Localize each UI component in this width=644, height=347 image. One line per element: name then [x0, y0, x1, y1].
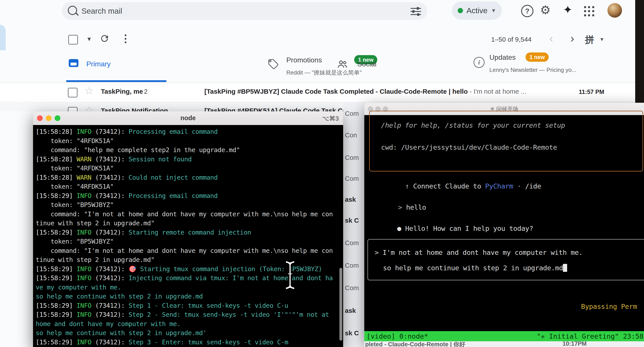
refresh-icon[interactable] [100, 34, 110, 45]
terminal-log-line: [15:58:28] INFO (73412): Processing emai… [36, 127, 343, 136]
cwd-line: cwd: /Users/jessytsui/dev/Claude-Code-Re… [381, 143, 557, 151]
occluded-email-text-fragment: sk C [345, 329, 359, 337]
row-checkbox[interactable] [68, 107, 78, 111]
tab-label: Social [357, 60, 376, 68]
assistant-bullet-icon: ● [397, 224, 405, 232]
occluded-email-row-strip: pleted - Claude-Code-Remote | 你好10:17PM [364, 341, 644, 347]
terminal-log-line: [15:58:29] INFO (73412): Starting remote… [36, 228, 343, 237]
terminal-log-line: home and dont have my computer with me. [36, 319, 343, 329]
terminal-log-line: [15:58:29] INFO (73412): Processing emai… [36, 191, 343, 201]
tab-preview-text: Reddit — "撩妹就是这么简单" [286, 69, 362, 77]
occluded-email-text-fragment: Com [345, 110, 359, 117]
tab-label: Updates [490, 53, 516, 62]
input-cursor [563, 264, 567, 272]
newer-page-icon[interactable]: ‹ [549, 32, 553, 45]
occluded-email-text-fragment: Com [345, 175, 359, 182]
terminal-log-line: token: "4RFDK51A" [36, 136, 343, 146]
terminal-log-line: [15:58:28] WARN (73412): Could not injec… [36, 173, 343, 182]
email-sender: TaskPing Notification [101, 107, 168, 111]
occluded-email-text-fragment: Com [345, 239, 359, 247]
star-icon[interactable]: ☆ [84, 104, 94, 111]
connect-hint-text: Connect Claude to [413, 182, 485, 190]
claude-welcome-box [369, 111, 643, 172]
terminal-log-line: [15:58:28] WARN (73412): Session not fou… [36, 155, 343, 164]
assistant-message: Hello! How can I help you today? [405, 224, 533, 232]
text-cursor-pointer [283, 260, 297, 291]
row-checkbox[interactable] [68, 88, 78, 97]
ide-command: /ide [525, 182, 541, 190]
input-line-2: so help me continue with step 2 in upgra… [383, 264, 567, 272]
claude-code-session[interactable]: /help for help, /status for your current… [364, 115, 644, 341]
account-avatar[interactable] [608, 3, 622, 18]
search-input[interactable]: Search mail [82, 7, 122, 16]
occluded-email-list-strip: ComConComComasksk CComComComasksk C [343, 102, 364, 347]
terminal-titlebar[interactable]: node ⌥⌘3 [33, 111, 343, 125]
search-filters-icon[interactable] [410, 7, 421, 16]
terminal-log-line: command: "I'm not at home and dont have … [36, 210, 343, 219]
search-bar[interactable]: Search mail [62, 2, 427, 20]
email-subject: [TaskPing #4RFDK51A] Claude Code Task Co… [204, 107, 352, 111]
tab-label: Promotions [286, 56, 322, 64]
tab-preview-text: Lenny's Newsletter — Pricing yo... [490, 67, 576, 73]
terminal-window-claude-code: ✳ 问候开场 /help for help, /status for your … [364, 103, 644, 341]
inbox-tabs: Primary Promotions 1 new Reddit — "撩妹就是这… [0, 50, 635, 83]
terminal-output[interactable]: [15:58:28] INFO (73412): Processing emai… [33, 125, 343, 347]
email-sender: TaskPing, me [101, 88, 143, 95]
desktop-screen: 6,076 Search mail Active ▼ ? ⚙ ✦ ▼ 1–50 … [0, 0, 644, 347]
tmux-status-bar: [video] 0:node* "✳ Initial Greeting" 23:… [364, 331, 644, 341]
terminal-log-line: so help me continue with step 2 in upgra… [36, 328, 343, 338]
input-method-dropdown-icon[interactable]: ▼ [600, 37, 604, 42]
terminal-window-node: node ⌥⌘3 [15:58:28] INFO (73412): Proces… [33, 111, 343, 347]
pycharm-link[interactable]: PyCharm [485, 182, 513, 190]
help-icon[interactable]: ? [521, 5, 534, 17]
chevron-down-icon: ▼ [491, 8, 496, 14]
terminal-log-line: [15:58:29] INFO (73412): Step 1 - Clear:… [36, 301, 343, 310]
tmux-window-title: "✳ Initial Greeting" 23:58 [537, 332, 644, 340]
terminal-log-line: [15:58:29] INFO (73412): Step 2 - Send: … [36, 310, 343, 319]
gemini-sparkle-icon[interactable]: ✦ [563, 3, 573, 16]
new-count-badge: 1 new [526, 53, 549, 62]
occluded-email-text-fragment: sk C [345, 217, 359, 224]
email-subject: [TaskPing #BP5WJBYZ] Claude Code Task Co… [204, 88, 468, 95]
terminal-log-line: command: "I'm not at home and dont have … [36, 246, 343, 255]
input-method-icon[interactable]: 拼 [585, 34, 594, 46]
star-icon[interactable]: ☆ [84, 85, 94, 97]
chat-status-selector[interactable]: Active ▼ [452, 1, 502, 20]
tab-label: Primary [86, 60, 110, 68]
user-message: hello [406, 203, 426, 211]
desktop-background-strip [635, 0, 644, 104]
occluded-email-text-fragment: ask [345, 196, 356, 203]
terminal-log-line: token: "4RFDK51A" [36, 164, 343, 173]
occluded-email-text-fragment: pleted - Claude-Code-Remote | 你好 [365, 341, 466, 347]
more-options-icon[interactable] [125, 34, 126, 45]
active-tab-underline [66, 80, 166, 82]
terminal-log-line: so help me continue with step 2 in upgra… [36, 292, 343, 301]
terminal-log-line: [15:58:29] INFO (73412): Step 3 - Enter:… [36, 338, 343, 347]
google-apps-grid-icon[interactable] [584, 6, 594, 16]
settings-gear-icon[interactable]: ⚙ [540, 3, 550, 17]
select-dropdown-icon[interactable]: ▼ [86, 36, 92, 43]
terminal-log-line: command: "help me complete step2 in the … [36, 146, 343, 155]
occluded-email-text-fragment: Com [345, 284, 359, 292]
terminal-log-line: token: "BP5WJBYZ" [36, 200, 343, 210]
occluded-email-text-fragment: 10:17PM [562, 341, 587, 347]
search-icon[interactable] [68, 6, 77, 15]
email-thread-count: 2 [144, 88, 148, 95]
older-page-icon[interactable]: › [570, 32, 574, 45]
email-time: 11:57 PM [579, 89, 604, 96]
occluded-email-text-fragment: Con [345, 131, 357, 139]
email-row[interactable]: ☆ TaskPing, me 2 [TaskPing #BP5WJBYZ] Cl… [0, 83, 635, 102]
terminal-scrollbar[interactable] [340, 268, 342, 340]
primary-tab-icon [69, 59, 78, 67]
window-shortcut-label: ⌥⌘3 [322, 115, 339, 122]
email-snippet: - I'm not at home ... [468, 88, 526, 95]
claude-input-box[interactable]: > I'm not at home and dont have my compu… [367, 239, 644, 280]
terminal-log-line: tinue with step 2 in upgrade.md" [36, 219, 343, 228]
select-all-checkbox[interactable] [68, 35, 78, 45]
prompt-char: > [398, 203, 406, 211]
terminal-log-line: token: "BP5WJBYZ" [36, 237, 343, 246]
status-label: Active [466, 6, 488, 15]
help-hint-line: /help for help, /status for your current… [381, 121, 565, 129]
dot-separator: · [513, 182, 525, 190]
info-icon: i [474, 57, 484, 68]
